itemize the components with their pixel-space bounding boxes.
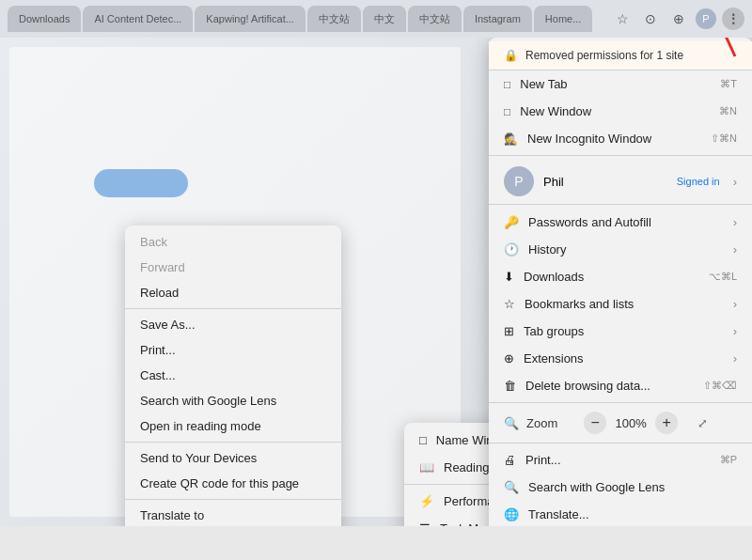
tab-0[interactable]: Downloads (8, 6, 81, 32)
new-window-icon: □ (504, 105, 510, 118)
star-icon[interactable]: ☆ (611, 8, 634, 30)
history-icon: 🕐 (504, 242, 519, 257)
translate-icon: 🌐 (504, 507, 519, 521)
tab-4[interactable]: 中文 (363, 6, 406, 32)
ctx-print[interactable]: Print... (125, 337, 341, 363)
menu-history[interactable]: 🕐 History › (489, 236, 752, 263)
ctx-search-lens[interactable]: Search with Google Lens (125, 388, 341, 413)
page-content: Back Forward Reload Save As... Print... … (0, 38, 752, 526)
new-tab-shortcut: ⌘T (720, 78, 737, 90)
ctx-cast[interactable]: Cast... (125, 363, 341, 388)
zoom-label: 🔍 (504, 416, 519, 430)
ctx-sep1 (125, 308, 341, 309)
menu-delete-browsing[interactable]: 🗑 Delete browsing data... ⇧⌘⌫ (489, 372, 752, 399)
tab-3[interactable]: 中文站 (307, 6, 361, 32)
profile-icon[interactable]: P (696, 8, 716, 29)
ctx-sep3 (125, 499, 341, 500)
profile-arrow: › (733, 175, 737, 189)
chrome-sep-2 (489, 402, 752, 403)
password-icon: 🔑 (504, 215, 519, 229)
zoom-minus-button[interactable]: − (584, 412, 606, 434)
menu-incognito[interactable]: 🕵 New Incognito Window ⇧⌘N (489, 125, 752, 152)
menu-extensions[interactable]: ⊕ Extensions › (489, 345, 752, 372)
profile-section[interactable]: P Phil Signed in › (489, 159, 752, 205)
menu-bookmarks[interactable]: ☆ Bookmarks and lists › (489, 290, 752, 318)
ctx-reading-mode[interactable]: Open in reading mode (125, 413, 341, 439)
signed-in-label: Signed in (677, 176, 720, 187)
lock-icon: 🔒 (504, 49, 518, 62)
tab-5[interactable]: 中文站 (408, 6, 462, 32)
ctx-translate[interactable]: Translate to (125, 503, 341, 526)
tab-2[interactable]: Kapwing! Artificat... (195, 6, 306, 32)
ctx-save-as[interactable]: Save As... (125, 312, 341, 337)
task-icon: ☰ (419, 521, 431, 526)
chrome-sep-1 (489, 155, 752, 156)
removed-permissions-text: Removed permissions for 1 site (525, 49, 683, 62)
zoom-expand-button[interactable]: ⤢ (693, 413, 712, 432)
menu-search-lens[interactable]: 🔍 Search with Google Lens (489, 474, 752, 501)
menu-new-tab[interactable]: □ New Tab ⌘T (489, 70, 752, 98)
menu-downloads[interactable]: ⬇ Downloads ⌥⌘L (489, 263, 752, 290)
window-icon: □ (419, 433, 427, 447)
chrome-menu: 🔒 Removed permissions for 1 site □ New T… (489, 38, 752, 526)
zoom-plus-button[interactable]: + (655, 412, 678, 434)
print-icon: 🖨 (504, 453, 516, 467)
tab-7[interactable]: Home... (534, 6, 593, 32)
tab-groups-icon: ⊞ (504, 324, 514, 338)
ctx-send-devices[interactable]: Send to Your Devices (125, 445, 341, 471)
downloads-shortcut: ⌥⌘L (709, 271, 737, 283)
removed-permissions-item[interactable]: 🔒 Removed permissions for 1 site (489, 41, 752, 70)
history-arrow: › (733, 242, 737, 257)
extensions-icon[interactable]: ⊕ (667, 8, 690, 30)
search-lens-icon: 🔍 (504, 480, 519, 494)
bookmark-icon: ☆ (504, 297, 515, 311)
incognito-icon: 🕵 (504, 132, 518, 146)
menu-translate[interactable]: 🌐 Translate... (489, 501, 752, 526)
tab-groups-arrow: › (733, 324, 737, 338)
menu-passwords[interactable]: 🔑 Passwords and Autofill › (489, 209, 752, 236)
passwords-arrow: › (733, 215, 737, 229)
extensions-menu-icon: ⊕ (504, 351, 514, 366)
context-menu: Back Forward Reload Save As... Print... … (125, 226, 341, 526)
menu-print[interactable]: 🖨 Print... ⌘P (489, 446, 752, 474)
perf-icon: ⚡ (419, 494, 434, 508)
profile-name: Phil (543, 175, 564, 189)
bookmarks-arrow: › (733, 297, 737, 311)
book-icon: 📖 (419, 460, 434, 474)
lens-icon[interactable]: ⊙ (639, 8, 662, 30)
profile-avatar: P (504, 166, 534, 196)
chrome-sep-3 (489, 443, 752, 443)
delete-browsing-icon: 🗑 (504, 379, 516, 393)
browser-toolbar-icons: ☆ ⊙ ⊕ P ⋮ (611, 8, 744, 30)
ctx-sep2 (125, 442, 341, 443)
zoom-row: 🔍 Zoom − 100% + ⤢ (489, 406, 752, 440)
print-shortcut: ⌘P (720, 454, 737, 466)
extensions-arrow: › (733, 351, 737, 366)
ctx-back[interactable]: Back (125, 229, 341, 255)
incognito-shortcut: ⇧⌘N (711, 132, 737, 145)
menu-tab-groups[interactable]: ⊞ Tab groups › (489, 318, 752, 345)
zoom-value: 100% (614, 416, 648, 430)
browser-window: Downloads AI Content Detec... Kapwing! A… (0, 0, 752, 526)
download-icon: ⬇ (504, 270, 514, 284)
more-menu-icon[interactable]: ⋮ (722, 8, 744, 30)
delete-browsing-shortcut: ⇧⌘⌫ (703, 380, 737, 392)
menu-new-window[interactable]: □ New Window ⌘N (489, 98, 752, 125)
new-tab-icon: □ (504, 78, 510, 91)
tab-6[interactable]: Instagram (463, 6, 532, 32)
tab-1[interactable]: AI Content Detec... (83, 6, 193, 32)
zoom-text: Zoom (526, 416, 557, 430)
tab-bar: Downloads AI Content Detec... Kapwing! A… (0, 0, 752, 38)
page-button (94, 169, 188, 197)
ctx-create-qr[interactable]: Create QR code for this page (125, 471, 341, 496)
ctx-reload[interactable]: Reload (125, 280, 341, 305)
new-window-shortcut: ⌘N (719, 105, 737, 117)
ctx-forward[interactable]: Forward (125, 255, 341, 280)
